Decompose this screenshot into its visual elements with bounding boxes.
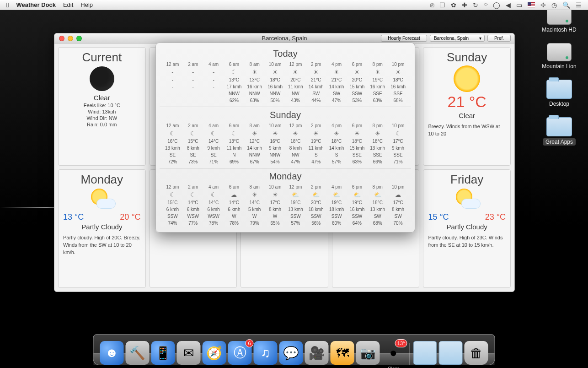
- description: Partly cloudy. High of 20C. Breezy. Wind…: [63, 234, 141, 256]
- card-title: Current: [63, 50, 141, 65]
- card-title: Friday: [428, 173, 506, 187]
- dock-folder-downloads[interactable]: [439, 341, 463, 365]
- hourly-day-title: Monday: [162, 171, 408, 182]
- volume-icon[interactable]: ◀: [506, 1, 511, 9]
- hourly-day-title: Today: [162, 49, 408, 59]
- hourly-table: 12 am2 am4 am6 am8 am10 am12 pm2 pm4 pm6…: [162, 61, 408, 104]
- desktop-icon-macintosh-hd[interactable]: Macintosh HD: [540, 6, 579, 33]
- clock-icon[interactable]: ◷: [551, 1, 557, 9]
- condition-text: Partly Cloudy: [428, 223, 506, 231]
- dock-label: Clear: [388, 366, 399, 368]
- dock-badge: 6: [246, 339, 254, 347]
- card-sunday: Sunday 21 °C Clear Breezy. Winds from th…: [423, 47, 511, 166]
- locate-icon[interactable]: ✢: [540, 1, 546, 9]
- preferences-button[interactable]: Pref.: [487, 35, 511, 42]
- folder-icon: [546, 117, 572, 136]
- low-temp: 13 °C: [63, 212, 84, 222]
- rain: Rain: 0.0 mm: [63, 122, 141, 127]
- hourly-table: 12 am2 am4 am6 am8 am10 am12 pm2 pm4 pm6…: [162, 122, 408, 165]
- desktop-icon-desktop-folder[interactable]: Desktop: [540, 80, 579, 107]
- battery-icon[interactable]: ▭: [516, 1, 522, 9]
- low-temp: 15 °C: [428, 212, 449, 222]
- dock-item-app-store[interactable]: Ⓐ6: [228, 341, 252, 365]
- desktop-icon-mountain-lion[interactable]: Mountain Lion: [540, 43, 579, 70]
- dock-item-maps[interactable]: 🗺: [331, 341, 354, 365]
- card-current: Current Clear Feels like: 10 °C Wind: 13…: [58, 47, 146, 166]
- close-button[interactable]: [59, 36, 64, 41]
- card-monday: Monday 13 °C20 °C Partly Cloudy Partly c…: [58, 169, 146, 288]
- high-temp: 20 °C: [120, 212, 140, 222]
- wind-dir: Wind Dir: NW: [63, 115, 141, 121]
- icon-label: Desktop: [549, 101, 569, 107]
- dock-badge: 13°: [395, 339, 407, 347]
- folder-icon: [546, 80, 572, 99]
- dock-item-itunes-connect[interactable]: 📱: [151, 341, 175, 365]
- high-temp: 23 °C: [485, 212, 506, 222]
- moon-icon: [90, 66, 114, 91]
- condition-text: Clear: [63, 94, 141, 102]
- temperature: 21 °C: [428, 93, 506, 111]
- dock-item-photo-booth[interactable]: 📷: [356, 341, 380, 365]
- notifications-icon[interactable]: ☰: [576, 1, 582, 9]
- description: Breezy. Winds from the WSW at 10 to 20: [428, 123, 506, 138]
- desktop-icon-great-apps[interactable]: Great Apps: [540, 117, 579, 146]
- hourly-popover: Today12 am2 am4 am6 am8 am10 am12 pm2 pm…: [155, 43, 415, 233]
- dock-item-xcode[interactable]: 🔨: [126, 341, 150, 365]
- dock-item-finder[interactable]: ☻: [100, 341, 124, 365]
- wifi-icon[interactable]: ⌔: [484, 1, 487, 9]
- hourly-forecast-button[interactable]: Hourly Forecast: [381, 35, 427, 42]
- menu-help[interactable]: Help: [80, 1, 93, 8]
- dock-item-mail[interactable]: ✉: [177, 341, 201, 365]
- dock-item-messages[interactable]: 💬: [279, 341, 303, 365]
- minimize-button[interactable]: [68, 36, 73, 41]
- hourly-table: 12 am2 am4 am6 am8 am10 am12 pm2 pm4 pm6…: [162, 184, 408, 227]
- sync-icon[interactable]: ↻: [473, 1, 478, 9]
- airplay-icon[interactable]: ⎚: [430, 1, 434, 9]
- dock-separator: [409, 343, 410, 365]
- app-name[interactable]: Weather Dock: [16, 1, 55, 8]
- partly-cloudy-icon: [87, 188, 117, 210]
- zoom-button[interactable]: [76, 36, 82, 41]
- card-friday: Friday 15 °C23 °C Partly Cloudy Partly c…: [423, 169, 511, 288]
- feels-like: Feels like: 10 °C: [63, 103, 141, 108]
- chat-icon[interactable]: ◯: [493, 1, 500, 9]
- icon-label-selected: Great Apps: [543, 138, 576, 146]
- dropbox-icon[interactable]: ✚: [462, 1, 467, 9]
- card-title: Sunday: [428, 50, 506, 65]
- condition-text: Clear: [428, 112, 506, 119]
- evernote-icon[interactable]: ✿: [451, 1, 456, 9]
- inbox-icon[interactable]: ☐: [439, 1, 445, 9]
- partly-cloudy-icon: [452, 188, 481, 210]
- input-flag-icon[interactable]: [528, 2, 535, 7]
- spotlight-icon[interactable]: 🔍: [562, 1, 570, 9]
- card-title: Monday: [63, 173, 141, 187]
- dock-item-safari[interactable]: 🧭: [203, 341, 226, 365]
- dock-item-itunes[interactable]: ♫: [254, 341, 278, 365]
- titlebar: Barcelona, Spain Hourly Forecast Barcelo…: [54, 33, 514, 43]
- description: Partly cloudy. High of 23C. Winds from t…: [428, 234, 506, 249]
- dock: ☻🔨📱✉🧭Ⓐ6♫💬🎥🗺📷●13°Clear 🗑: [93, 334, 495, 365]
- condition-text: Partly Cloudy: [63, 223, 141, 231]
- icon-label: Mountain Lion: [542, 63, 576, 70]
- hourly-day-title: Sunday: [162, 110, 408, 120]
- desktop-icons: Macintosh HD Mountain Lion Desktop Great…: [540, 6, 579, 146]
- dock-trash[interactable]: 🗑: [465, 341, 488, 365]
- dock-folder-documents[interactable]: [413, 341, 437, 365]
- menu-edit[interactable]: Edit: [63, 1, 73, 8]
- dock-item-facetime[interactable]: 🎥: [305, 341, 329, 365]
- sun-icon: [454, 65, 480, 92]
- apple-menu-icon[interactable]: : [6, 1, 9, 9]
- icon-label: Macintosh HD: [542, 27, 576, 33]
- location-select[interactable]: Barcelona, Spain: [430, 35, 485, 42]
- hd-icon: [547, 43, 572, 61]
- dock-item-weather-dock[interactable]: ●13°Clear: [382, 341, 406, 365]
- menubar:  Weather Dock Edit Help ⎚ ☐ ✿ ✚ ↻ ⌔ ◯ ◀…: [0, 0, 588, 10]
- wind: Wind: 13kph: [63, 109, 141, 114]
